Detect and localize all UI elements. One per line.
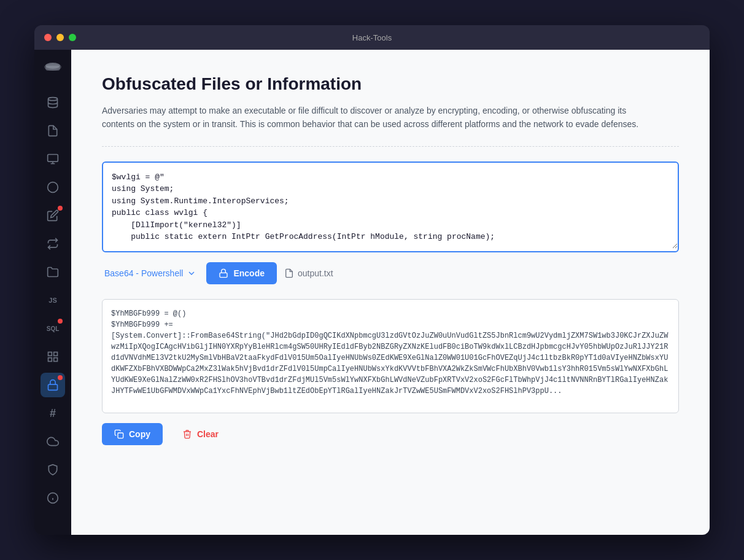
- sidebar-item-obfuscate[interactable]: [41, 373, 65, 397]
- sidebar-item-monitor[interactable]: [41, 147, 65, 171]
- svg-rect-9: [54, 358, 58, 362]
- copy-icon: [114, 429, 124, 439]
- controls-row: Base64 - Powershell Encode: [102, 262, 679, 284]
- svg-rect-7: [48, 352, 52, 356]
- page-title: Obfuscated Files or Information: [102, 74, 679, 94]
- copy-button-label: Copy: [129, 429, 150, 439]
- sidebar-item-transfer[interactable]: [41, 231, 65, 256]
- encode-button-label: Encode: [233, 268, 265, 278]
- svg-rect-11: [48, 384, 58, 390]
- sidebar-item-grid[interactable]: [41, 344, 65, 369]
- sidebar-item-cloud[interactable]: [41, 429, 65, 454]
- page-description: Adversaries may attempt to make an execu…: [102, 104, 654, 131]
- encoding-dropdown[interactable]: Base64 - Powershell: [102, 263, 199, 283]
- section-divider: [102, 146, 679, 147]
- sidebar-item-shield[interactable]: [41, 457, 65, 482]
- main-content: Obfuscated Files or Information Adversar…: [71, 50, 710, 535]
- lock-icon: [219, 268, 228, 278]
- svg-rect-8: [54, 352, 58, 356]
- app-window: Hack-Tools: [34, 25, 710, 535]
- svg-rect-10: [48, 358, 52, 362]
- sidebar-item-hash[interactable]: #: [41, 401, 65, 426]
- output-file-label: output.txt: [298, 268, 333, 278]
- sidebar-item-folder[interactable]: [41, 260, 65, 284]
- sidebar-item-php[interactable]: [41, 119, 65, 143]
- svg-rect-4: [48, 155, 58, 162]
- traffic-lights: [44, 34, 76, 41]
- obfuscate-badge: [58, 375, 63, 380]
- edit-badge: [58, 206, 63, 211]
- action-buttons: Copy Clear: [102, 423, 679, 445]
- input-area: $wvlgi = @" using System; using System.R…: [102, 161, 679, 252]
- minimize-button[interactable]: [56, 34, 64, 41]
- sidebar-item-database[interactable]: [41, 90, 65, 115]
- sidebar-item-js[interactable]: JS: [41, 288, 65, 313]
- sql-badge: [58, 319, 63, 324]
- svg-rect-2: [45, 66, 60, 71]
- window-title: Hack-Tools: [352, 33, 392, 42]
- close-button[interactable]: [44, 34, 52, 41]
- encode-button[interactable]: Encode: [206, 262, 277, 284]
- maximize-button[interactable]: [69, 34, 76, 41]
- code-input[interactable]: $wvlgi = @" using System; using System.R…: [103, 163, 678, 249]
- sidebar: JS SQL #: [34, 50, 71, 535]
- svg-point-3: [48, 98, 58, 101]
- sidebar-logo[interactable]: [41, 56, 65, 80]
- svg-rect-16: [118, 433, 123, 438]
- sidebar-item-linux[interactable]: [41, 175, 65, 200]
- output-file-link[interactable]: output.txt: [284, 268, 333, 278]
- trash-icon: [182, 429, 192, 439]
- clear-button-label: Clear: [197, 429, 219, 439]
- sidebar-item-edit[interactable]: [41, 203, 65, 228]
- titlebar: Hack-Tools: [34, 25, 710, 50]
- output-area: $YhMBGFb999 = @() $YhMBGFb999 += [System…: [102, 299, 679, 413]
- file-icon: [284, 268, 294, 278]
- sidebar-item-sql[interactable]: SQL: [41, 316, 65, 341]
- app-body: JS SQL #: [34, 50, 710, 535]
- chevron-down-icon: [187, 268, 196, 278]
- sidebar-item-info[interactable]: [41, 486, 65, 510]
- clear-button[interactable]: Clear: [170, 423, 231, 445]
- encoding-label: Base64 - Powershell: [104, 268, 183, 278]
- output-textarea[interactable]: $YhMBGFb999 = @() $YhMBGFb999 += [System…: [103, 300, 678, 410]
- copy-button[interactable]: Copy: [102, 423, 163, 445]
- svg-rect-15: [220, 273, 227, 277]
